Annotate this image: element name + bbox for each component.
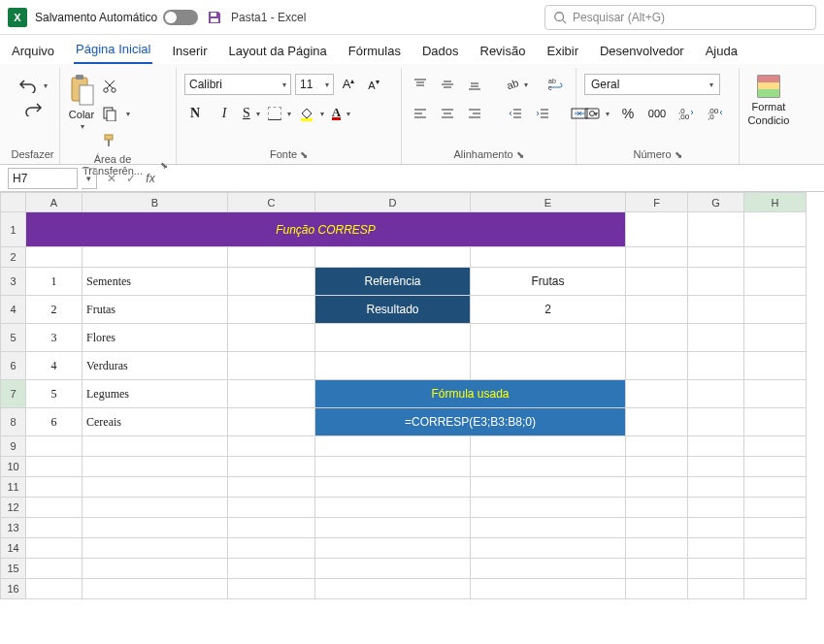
cell-C16[interactable] <box>228 579 315 599</box>
cell-F15[interactable] <box>626 559 688 579</box>
cell-G2[interactable] <box>688 247 744 268</box>
align-middle-button[interactable] <box>437 74 458 95</box>
save-button[interactable] <box>206 9 223 26</box>
cell-D12[interactable] <box>315 498 471 518</box>
cell-G1[interactable] <box>688 212 744 247</box>
cell-H14[interactable] <box>744 538 807 559</box>
cell-E2[interactable] <box>471 247 626 268</box>
cell-D3[interactable]: Referência <box>315 268 471 296</box>
cell-C3[interactable] <box>228 268 315 296</box>
cell-A16[interactable] <box>26 579 82 599</box>
decrease-decimal-button[interactable]: ,00,0 <box>705 103 726 124</box>
menu-formulas[interactable]: Fórmulas <box>346 40 403 64</box>
menu-inserir[interactable]: Inserir <box>170 40 209 64</box>
cell-B11[interactable] <box>82 477 228 498</box>
italic-button[interactable]: I <box>214 103 235 124</box>
cell-H2[interactable] <box>744 247 807 268</box>
menu-arquivo[interactable]: Arquivo <box>10 40 56 64</box>
cell-B5[interactable]: Flores <box>82 324 228 352</box>
cell-C8[interactable] <box>228 408 315 436</box>
name-box[interactable]: H7 <box>8 168 78 189</box>
thousands-button[interactable]: 000 <box>646 103 668 124</box>
number-format-select[interactable]: Geral▾ <box>584 74 720 95</box>
menu-layout[interactable]: Layout da Página <box>227 40 329 64</box>
name-box-dropdown[interactable]: ▾ <box>82 168 97 189</box>
cell-F6[interactable] <box>626 352 688 380</box>
row-header-12[interactable]: 12 <box>1 498 26 518</box>
cell-G9[interactable] <box>688 436 744 457</box>
cell-F13[interactable] <box>626 518 688 538</box>
cell-E14[interactable] <box>471 538 626 559</box>
accept-formula-button[interactable]: ✓ <box>122 172 140 185</box>
cell-F8[interactable] <box>626 408 688 436</box>
menu-ajuda[interactable]: Ajuda <box>704 40 740 64</box>
cell-A4[interactable]: 2 <box>26 296 82 324</box>
cell-A11[interactable] <box>26 477 82 498</box>
increase-indent-button[interactable] <box>532 103 553 124</box>
cell-E5[interactable] <box>471 324 626 352</box>
format-painter-button[interactable] <box>99 130 120 151</box>
cell-D14[interactable] <box>315 538 471 559</box>
row-header-14[interactable]: 14 <box>1 538 26 559</box>
cell-H4[interactable] <box>744 296 807 324</box>
cell-H5[interactable] <box>744 324 807 352</box>
font-color-button[interactable]: A▾ <box>332 107 350 120</box>
column-header-E[interactable]: E <box>471 193 626 212</box>
cell-E9[interactable] <box>471 436 626 457</box>
cell-F9[interactable] <box>626 436 688 457</box>
percent-button[interactable]: % <box>617 103 639 124</box>
wrap-text-button[interactable]: abc <box>545 74 567 95</box>
cell-C2[interactable] <box>228 247 315 268</box>
cell-G14[interactable] <box>688 538 744 559</box>
cell-D13[interactable] <box>315 518 471 538</box>
cell-B4[interactable]: Frutas <box>82 296 228 324</box>
cell-H11[interactable] <box>744 477 807 498</box>
cell-G16[interactable] <box>688 579 744 599</box>
undo-button[interactable]: ▾ <box>18 78 48 93</box>
row-header-4[interactable]: 4 <box>1 296 26 324</box>
insert-function-button[interactable]: fx <box>142 172 159 185</box>
cell-F2[interactable] <box>626 247 688 268</box>
column-header-A[interactable]: A <box>26 193 82 212</box>
cell-H1[interactable] <box>744 212 807 247</box>
cell-G6[interactable] <box>688 352 744 380</box>
row-header-13[interactable]: 13 <box>1 518 26 538</box>
cell-A3[interactable]: 1 <box>26 268 82 296</box>
row-header-5[interactable]: 5 <box>1 324 26 352</box>
cell-B6[interactable]: Verduras <box>82 352 228 380</box>
cell-H12[interactable] <box>744 498 807 518</box>
cell-H15[interactable] <box>744 559 807 579</box>
cell-D16[interactable] <box>315 579 471 599</box>
cell-F4[interactable] <box>626 296 688 324</box>
cell-A10[interactable] <box>26 457 82 477</box>
cell-A14[interactable] <box>26 538 82 559</box>
menu-exibir[interactable]: Exibir <box>544 40 580 64</box>
increase-decimal-button[interactable]: ,0,00 <box>676 103 697 124</box>
cell-H8[interactable] <box>744 408 807 436</box>
font-size-select[interactable]: 11▾ <box>295 74 334 95</box>
cell-G3[interactable] <box>688 268 744 296</box>
border-button[interactable]: ▾ <box>268 107 291 120</box>
cell-D6[interactable] <box>315 352 471 380</box>
cell-C10[interactable] <box>228 457 315 477</box>
cell-C12[interactable] <box>228 498 315 518</box>
cell-B7[interactable]: Legumes <box>82 380 228 408</box>
menu-dados[interactable]: Dados <box>420 40 461 64</box>
decrease-indent-button[interactable] <box>505 103 526 124</box>
cell-D4[interactable]: Resultado <box>315 296 471 324</box>
font-name-select[interactable]: Calibri▾ <box>184 74 291 95</box>
row-header-3[interactable]: 3 <box>1 268 26 296</box>
cell-B15[interactable] <box>82 559 228 579</box>
cell-C15[interactable] <box>228 559 315 579</box>
cell-E3[interactable]: Frutas <box>471 268 626 296</box>
copy-button[interactable] <box>99 103 120 124</box>
formula-bar-input[interactable] <box>165 168 824 189</box>
column-header-D[interactable]: D <box>315 193 471 212</box>
cell-C13[interactable] <box>228 518 315 538</box>
cell-H13[interactable] <box>744 518 807 538</box>
formula-value-cell[interactable]: =CORRESP(E3;B3:B8;0) <box>315 408 626 436</box>
cell-E11[interactable] <box>471 477 626 498</box>
cell-A7[interactable]: 5 <box>26 380 82 408</box>
row-header-8[interactable]: 8 <box>1 408 26 436</box>
column-header-H[interactable]: H <box>744 193 807 212</box>
